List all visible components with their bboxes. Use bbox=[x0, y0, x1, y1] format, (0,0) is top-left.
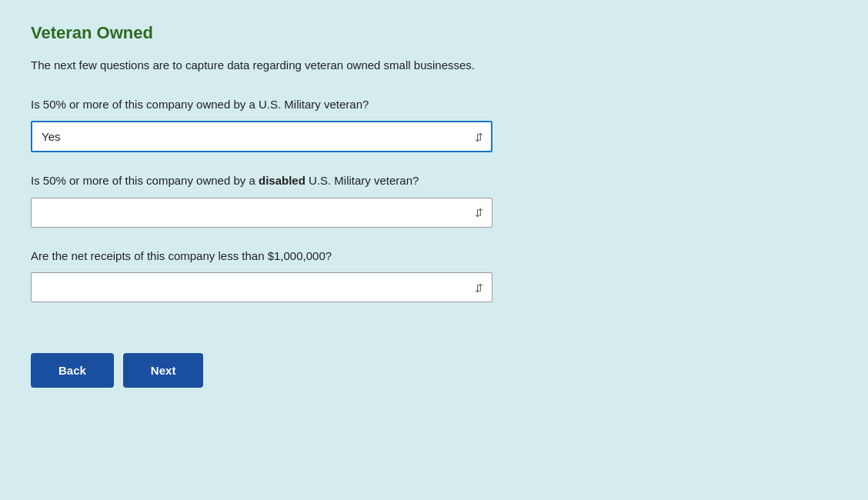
question-3-select[interactable]: Yes No bbox=[31, 272, 492, 302]
form-container: Veteran Owned The next few questions are… bbox=[31, 23, 554, 388]
next-button[interactable]: Next bbox=[123, 353, 204, 388]
question-1-select[interactable]: Yes No bbox=[31, 121, 492, 152]
back-button[interactable]: Back bbox=[31, 353, 114, 388]
question-3-select-wrapper: Yes No ⇵ bbox=[31, 272, 492, 302]
question-3-label: Are the net receipts of this company les… bbox=[31, 248, 554, 265]
question-2-select-wrapper: Yes No ⇵ bbox=[31, 198, 492, 228]
question-2-label: Is 50% or more of this company owned by … bbox=[31, 172, 554, 190]
intro-text: The next few questions are to capture da… bbox=[31, 57, 554, 75]
question-2-select[interactable]: Yes No bbox=[31, 198, 492, 228]
button-row: Back Next bbox=[31, 353, 554, 388]
page-title: Veteran Owned bbox=[31, 23, 554, 43]
question-1-label: Is 50% or more of this company owned by … bbox=[31, 96, 554, 114]
question-1-select-wrapper: Yes No ⇵ bbox=[31, 121, 492, 152]
